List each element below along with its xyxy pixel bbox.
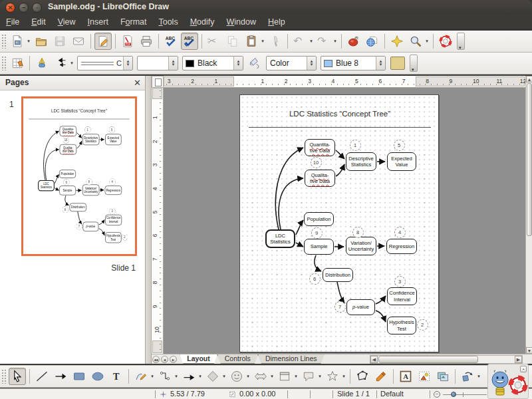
auto-spellcheck-button[interactable]: ABC <box>181 33 198 50</box>
badge-4[interactable]: 4 <box>394 227 406 238</box>
line-width-input-spinner[interactable]: ▲▼ <box>168 57 178 70</box>
node-p-value[interactable]: p-value <box>346 299 375 315</box>
badge-1[interactable]: 1 <box>350 140 361 151</box>
lines-and-arrows-button[interactable] <box>180 368 198 385</box>
edge-ldc-statistics-to-qualitative-data[interactable] <box>279 178 303 229</box>
badge-10[interactable]: 10 <box>311 157 322 168</box>
connector-button[interactable] <box>156 368 174 385</box>
drawing-workspace[interactable]: LDC Statistics “Concept Tree”Quantita-ti… <box>164 88 525 354</box>
first-layer-button[interactable]: ◂◂ <box>152 356 160 363</box>
node-qualitative-data[interactable]: Qualita-tive Data <box>305 170 335 187</box>
toolbar-grip[interactable] <box>1 34 6 49</box>
block-arrows-button[interactable] <box>252 368 269 385</box>
slide-thumbnail[interactable]: LDC Statistics “Concept Tree”Quantita-ti… <box>21 96 137 256</box>
fill-color-select-spinner[interactable]: ▲▼ <box>376 57 385 70</box>
glue-points-button[interactable] <box>372 368 390 385</box>
area-style-button[interactable] <box>246 55 263 72</box>
menu-help[interactable]: Help <box>262 15 291 29</box>
minimize-window-button[interactable]: – <box>19 3 29 13</box>
node-quantitative-data[interactable]: Quantita-tive Data <box>305 139 335 156</box>
ellipse-button[interactable] <box>89 368 106 385</box>
node-variation-uncertainty[interactable]: Variation/Uncertainty <box>346 237 376 255</box>
select-button[interactable] <box>9 368 26 385</box>
scroll-left-icon[interactable]: ◀ <box>370 356 378 363</box>
vertical-ruler[interactable]: 12345678910 <box>152 88 164 354</box>
edge-distribution-to-p-value[interactable] <box>337 282 344 303</box>
toolbar-grip[interactable] <box>1 369 6 384</box>
fill-style-select-spinner[interactable]: ▲▼ <box>307 57 316 70</box>
badge-6[interactable]: 6 <box>309 273 321 285</box>
symbol-shapes-button[interactable] <box>228 368 245 385</box>
flowchart-dropdown-icon[interactable]: ▾ <box>293 374 299 379</box>
curve-dropdown-icon[interactable]: ▾ <box>150 374 155 379</box>
toolbar-grip[interactable] <box>1 56 6 70</box>
tab-controls[interactable]: Controls <box>217 354 258 364</box>
arrow-style-button[interactable] <box>52 55 69 72</box>
lines-and-arrows-dropdown-icon[interactable]: ▾ <box>198 374 203 379</box>
points-button[interactable] <box>354 368 371 385</box>
node-population[interactable]: Population <box>304 212 334 226</box>
fill-color-select[interactable]: Blue 8▲▼ <box>321 56 386 70</box>
from-file-button[interactable] <box>416 368 433 385</box>
snap-to-grid-button[interactable] <box>9 55 26 72</box>
node-distribution[interactable]: Distribution <box>323 268 353 282</box>
zoom-button[interactable] <box>407 33 424 50</box>
badge-3[interactable]: 3 <box>394 276 406 287</box>
node-hypothesis-test[interactable]: HypothesisTest <box>387 317 416 334</box>
line-color-select-spinner[interactable]: ▲▼ <box>233 57 243 70</box>
block-arrows-dropdown-icon[interactable]: ▾ <box>269 374 275 379</box>
drawing-page[interactable]: LDC Statistics “Concept Tree”Quantita-ti… <box>239 94 439 352</box>
callouts-button[interactable] <box>300 368 317 385</box>
rotate-dropdown-icon[interactable]: ▾ <box>476 374 481 379</box>
toolbar-overflow-button[interactable] <box>457 33 465 50</box>
menu-file[interactable]: File <box>0 15 25 29</box>
menu-modify[interactable]: Modify <box>184 15 221 29</box>
help-agent-close-icon[interactable]: ▪ <box>520 366 527 372</box>
edge-ldc-statistics-to-population[interactable] <box>296 220 303 235</box>
menu-window[interactable]: Window <box>220 15 261 29</box>
stars-dropdown-icon[interactable]: ▾ <box>341 374 346 379</box>
fill-style-select[interactable]: Color▲▼ <box>266 56 317 70</box>
line-button[interactable] <box>33 368 51 385</box>
line-width-input[interactable]: ▲▼ <box>137 56 178 70</box>
edge-qualitative-data-to-descriptive-statistics[interactable] <box>336 164 344 176</box>
edge-ldc-statistics-to-quantitative-data[interactable] <box>275 148 303 229</box>
paste-dropdown-icon[interactable]: ▾ <box>260 39 265 44</box>
spelling-button[interactable]: ABC <box>162 33 180 50</box>
edge-p-value-to-hypothesis-test[interactable] <box>376 311 386 322</box>
vertical-scrollbar-thumb[interactable] <box>527 83 532 236</box>
help-button[interactable] <box>437 33 454 50</box>
open-button[interactable] <box>33 33 50 50</box>
node-regression[interactable]: Regression <box>386 239 417 254</box>
arrow-style-dropdown-icon[interactable]: ▾ <box>69 61 74 66</box>
tab-layout[interactable]: Layout <box>180 354 217 364</box>
help-agent-popup[interactable]: ▪ <box>487 364 529 399</box>
next-layer-button[interactable]: ▸ <box>170 356 177 363</box>
edit-file-button[interactable] <box>94 33 112 50</box>
node-confidence-interval[interactable]: ConfidenceInterval <box>387 287 417 305</box>
previous-layer-button[interactable]: ◂ <box>161 356 168 363</box>
vertical-scrollbar[interactable]: ▲ ▼ <box>525 76 532 354</box>
stars-button[interactable] <box>324 368 341 385</box>
edit-points-pen-button[interactable] <box>33 55 51 72</box>
new-document-button[interactable] <box>9 33 26 50</box>
print-button[interactable] <box>138 33 155 50</box>
panel-splitter[interactable] <box>146 76 152 364</box>
basic-shapes-button[interactable] <box>204 368 221 385</box>
symbol-shapes-dropdown-icon[interactable]: ▾ <box>245 374 251 379</box>
line-style-select[interactable]: ▲▼ <box>77 56 133 70</box>
menu-view[interactable]: View <box>52 15 82 29</box>
menu-tools[interactable]: Tools <box>152 15 184 29</box>
edge-sample-to-distribution[interactable] <box>315 255 321 271</box>
fontwork-button[interactable]: A <box>397 368 414 385</box>
callouts-dropdown-icon[interactable]: ▾ <box>317 374 323 379</box>
edge-p-value-to-confidence-interval[interactable] <box>376 296 386 304</box>
node-descriptive-statistics[interactable]: DescriptiveStatistics <box>346 152 376 171</box>
menu-insert[interactable]: Insert <box>82 15 114 29</box>
diagram-title[interactable]: LDC Statistics “Concept Tree” <box>240 110 440 118</box>
shadow-button[interactable] <box>390 57 405 70</box>
badge-5[interactable]: 5 <box>394 140 405 151</box>
horizontal-scrollbar-thumb[interactable] <box>378 356 478 363</box>
basic-shapes-dropdown-icon[interactable]: ▾ <box>221 374 227 379</box>
line-arrow-end-button[interactable] <box>52 368 69 385</box>
